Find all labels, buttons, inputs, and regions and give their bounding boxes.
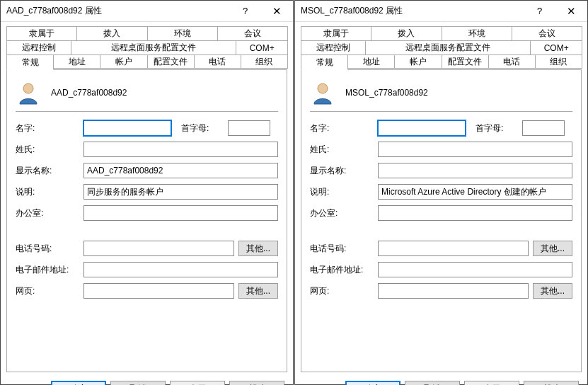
tab-general-body: MSOL_c778af008d92 名字: 首字母: 姓氏: 显示名称: 说明: bbox=[301, 69, 582, 372]
tab-memberof[interactable]: 隶属于 bbox=[301, 26, 371, 40]
web-input[interactable] bbox=[83, 283, 234, 299]
help-button[interactable]: 帮助 bbox=[524, 381, 579, 385]
phone-input[interactable] bbox=[83, 241, 234, 256]
displayname-input[interactable] bbox=[378, 163, 572, 178]
tab-telephones[interactable]: 电话 bbox=[488, 54, 536, 69]
properties-dialog-right: MSOL_c778af008d92 属性 ? ✕ 隶属于 拨入 环境 会议 远程… bbox=[294, 0, 588, 385]
tab-telephones[interactable]: 电话 bbox=[194, 54, 241, 69]
description-label: 说明: bbox=[310, 186, 374, 198]
tab-dialin[interactable]: 拨入 bbox=[371, 26, 442, 40]
help-button[interactable]: ? bbox=[229, 1, 261, 22]
firstname-input[interactable] bbox=[378, 120, 466, 136]
web-other-button[interactable]: 其他... bbox=[533, 283, 572, 299]
ok-button[interactable]: 确定 bbox=[51, 381, 106, 385]
tab-address[interactable]: 地址 bbox=[347, 54, 395, 69]
office-label: 办公室: bbox=[16, 207, 79, 219]
web-other-button[interactable]: 其他... bbox=[238, 283, 278, 299]
email-label: 电子邮件地址: bbox=[310, 264, 374, 276]
tabs: 隶属于 拨入 环境 会议 远程控制 远程桌面服务配置文件 COM+ 常规 地址 … bbox=[1, 22, 293, 374]
tab-environment[interactable]: 环境 bbox=[147, 26, 218, 40]
window-title: AAD_c778af008d92 属性 bbox=[6, 5, 229, 17]
help-button[interactable]: 帮助 bbox=[229, 381, 284, 385]
tab-complus[interactable]: COM+ bbox=[530, 40, 582, 54]
phone-other-button[interactable]: 其他... bbox=[238, 241, 278, 256]
displayname-label: 显示名称: bbox=[310, 165, 374, 177]
tab-remotecontrol[interactable]: 远程控制 bbox=[301, 40, 366, 54]
tab-general[interactable]: 常规 bbox=[301, 54, 348, 70]
user-icon bbox=[310, 80, 335, 105]
apply-button: 应用 bbox=[170, 381, 225, 385]
tab-dialin[interactable]: 拨入 bbox=[76, 26, 147, 40]
tab-rds-profile[interactable]: 远程桌面服务配置文件 bbox=[365, 40, 531, 54]
dialog-footer: 确定 取消 应用 帮助 bbox=[295, 374, 587, 385]
username-display: MSOL_c778af008d92 bbox=[345, 88, 428, 98]
tab-account[interactable]: 帐户 bbox=[394, 54, 442, 69]
tab-profile[interactable]: 配置文件 bbox=[442, 54, 489, 69]
phone-other-button[interactable]: 其他... bbox=[533, 241, 572, 256]
initials-label: 首字母: bbox=[181, 122, 224, 134]
tab-address[interactable]: 地址 bbox=[53, 54, 100, 69]
cancel-button[interactable]: 取消 bbox=[405, 381, 460, 385]
close-button[interactable]: ✕ bbox=[261, 1, 293, 22]
office-input[interactable] bbox=[83, 205, 278, 221]
user-icon bbox=[16, 80, 41, 105]
tab-rds-profile[interactable]: 远程桌面服务配置文件 bbox=[71, 40, 237, 54]
firstname-label: 名字: bbox=[16, 122, 79, 134]
lastname-label: 姓氏: bbox=[310, 144, 374, 156]
displayname-label: 显示名称: bbox=[16, 165, 79, 177]
description-label: 说明: bbox=[16, 186, 79, 198]
svg-point-0 bbox=[23, 84, 33, 93]
web-input[interactable] bbox=[378, 283, 529, 299]
tab-organization[interactable]: 组织 bbox=[535, 54, 582, 69]
initials-input[interactable] bbox=[522, 120, 565, 136]
office-input[interactable] bbox=[378, 205, 572, 221]
close-button[interactable]: ✕ bbox=[555, 1, 587, 22]
tab-sessions[interactable]: 会议 bbox=[217, 26, 288, 40]
tab-sessions[interactable]: 会议 bbox=[512, 26, 582, 40]
firstname-input[interactable] bbox=[83, 120, 171, 136]
tabs: 隶属于 拨入 环境 会议 远程控制 远程桌面服务配置文件 COM+ 常规 地址 … bbox=[295, 22, 587, 374]
initials-input[interactable] bbox=[228, 120, 270, 136]
tab-complus[interactable]: COM+ bbox=[236, 40, 288, 54]
tab-account[interactable]: 帐户 bbox=[100, 54, 147, 69]
help-button[interactable]: ? bbox=[524, 1, 555, 22]
displayname-input[interactable] bbox=[83, 163, 278, 178]
window-title: MSOL_c778af008d92 属性 bbox=[301, 5, 524, 17]
cancel-button[interactable]: 取消 bbox=[110, 381, 166, 385]
titlebar: MSOL_c778af008d92 属性 ? ✕ bbox=[295, 1, 587, 22]
lastname-input[interactable] bbox=[83, 142, 278, 157]
office-label: 办公室: bbox=[310, 207, 374, 219]
phone-label: 电话号码: bbox=[310, 243, 374, 255]
phone-input[interactable] bbox=[378, 241, 529, 256]
apply-button: 应用 bbox=[464, 381, 519, 385]
phone-label: 电话号码: bbox=[16, 243, 79, 255]
description-input[interactable] bbox=[378, 184, 572, 200]
tab-memberof[interactable]: 隶属于 bbox=[6, 26, 77, 40]
lastname-label: 姓氏: bbox=[16, 144, 79, 156]
email-input[interactable] bbox=[83, 262, 278, 277]
web-label: 网页: bbox=[16, 285, 79, 297]
description-input[interactable] bbox=[83, 184, 278, 200]
svg-point-1 bbox=[318, 84, 328, 93]
titlebar: AAD_c778af008d92 属性 ? ✕ bbox=[1, 1, 293, 22]
tab-general[interactable]: 常规 bbox=[6, 54, 54, 70]
ok-button[interactable]: 确定 bbox=[345, 381, 400, 385]
web-label: 网页: bbox=[310, 285, 374, 297]
dialog-footer: 确定 取消 应用 帮助 bbox=[1, 374, 293, 385]
properties-dialog-left: AAD_c778af008d92 属性 ? ✕ 隶属于 拨入 环境 会议 远程控… bbox=[0, 0, 294, 385]
tab-general-body: AAD_c778af008d92 名字: 首字母: 姓氏: 显示名称: 说明: bbox=[6, 69, 287, 372]
tab-remotecontrol[interactable]: 远程控制 bbox=[6, 40, 71, 54]
firstname-label: 名字: bbox=[310, 122, 374, 134]
email-input[interactable] bbox=[378, 262, 572, 277]
lastname-input[interactable] bbox=[378, 142, 572, 157]
username-display: AAD_c778af008d92 bbox=[51, 88, 127, 98]
tab-organization[interactable]: 组织 bbox=[241, 54, 288, 69]
email-label: 电子邮件地址: bbox=[16, 264, 79, 276]
initials-label: 首字母: bbox=[475, 122, 518, 134]
tab-environment[interactable]: 环境 bbox=[442, 26, 512, 40]
tab-profile[interactable]: 配置文件 bbox=[147, 54, 195, 69]
